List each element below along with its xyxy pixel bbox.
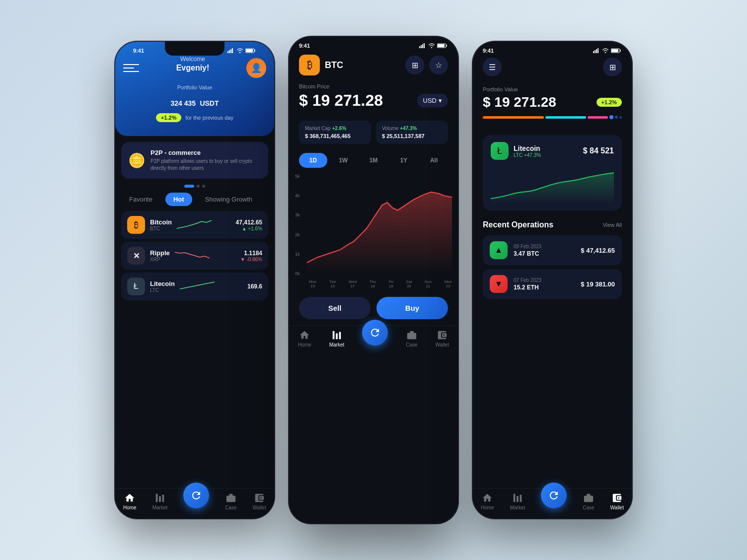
- coin-row-btc[interactable]: ₿ Bitcoin BTC 47,412.65 ▲ +1.6%: [121, 211, 268, 239]
- market-icon-1: [154, 492, 165, 503]
- carousel-dots: [121, 185, 268, 188]
- nav-home-1[interactable]: Home: [123, 492, 137, 510]
- view-all-btn[interactable]: View All: [603, 222, 622, 228]
- portfolio-value-row-3: $ 19 271.28 +1.2%: [483, 94, 622, 110]
- wallet-icon-1: [254, 492, 265, 503]
- nav-market-1[interactable]: Market: [152, 492, 168, 510]
- portfolio-progress: [483, 115, 622, 119]
- tab-hot[interactable]: Hot: [165, 193, 192, 206]
- op-card-1[interactable]: ▲ 09 Feb 2023 3.47 BTC $ 47,412.65: [483, 235, 622, 265]
- volume-card: Volume +47.3% $ 25,511,137,587: [376, 121, 448, 144]
- chart-svg: [307, 174, 452, 273]
- nav-market-3[interactable]: Market: [510, 492, 525, 510]
- period-1d[interactable]: 1D: [299, 153, 327, 168]
- refresh-icon-2: [369, 327, 381, 339]
- svg-rect-24: [514, 494, 516, 502]
- progress-pink: [588, 116, 608, 119]
- time-1: 9:41: [133, 48, 144, 54]
- nav-home-2[interactable]: Home: [298, 330, 311, 348]
- nav-center-1[interactable]: [183, 494, 209, 508]
- svg-rect-16: [336, 333, 338, 339]
- ltc-price-3: $ 84 521: [583, 146, 614, 155]
- progress-cyan: [545, 116, 586, 119]
- svg-rect-18: [593, 51, 594, 53]
- nav-case-3[interactable]: Case: [583, 492, 594, 510]
- refresh-button-2[interactable]: [362, 320, 388, 346]
- ltc-header: Ł Litecoin LTC +47.3% $ 84 521: [491, 142, 614, 160]
- tab-favorite[interactable]: Favorite: [121, 193, 160, 206]
- sell-button[interactable]: Sell: [299, 297, 371, 319]
- ltc-change: LTC +47.3%: [514, 152, 541, 158]
- wallet-icon-3: [611, 492, 622, 503]
- market-icon-3: [512, 492, 523, 503]
- period-1y[interactable]: 1Y: [389, 153, 418, 168]
- svg-rect-7: [159, 496, 161, 502]
- badge-percent-1: +1.2%: [156, 113, 182, 122]
- nav-case-2[interactable]: Case: [406, 330, 417, 348]
- case-icon-2: [406, 330, 417, 341]
- xrp-price: 1.1184 ▼ -0.86%: [240, 250, 262, 262]
- home-icon-2: [299, 330, 310, 341]
- price-section: Bitcoin Price $ 19 271.28 USD ▾: [289, 81, 458, 116]
- btc-price: 47,412.65 ▲ +1.6%: [236, 219, 262, 231]
- nav-wallet-1[interactable]: Wallet: [253, 492, 266, 510]
- svg-rect-17: [339, 332, 341, 340]
- battery-icon-3: [611, 48, 622, 53]
- menu-button-3[interactable]: ☰: [483, 58, 502, 76]
- svg-rect-14: [438, 44, 445, 47]
- refresh-button-3[interactable]: [541, 483, 567, 508]
- welcome-text: Welcome: [176, 56, 210, 63]
- svg-rect-0: [227, 51, 228, 53]
- market-stats: Market Cap +2.6% $ 368,731,465,465 Volum…: [289, 116, 458, 149]
- status-icons-3: [593, 48, 622, 53]
- period-1w[interactable]: 1W: [329, 153, 358, 168]
- welcome-name: Evgeniy!: [176, 64, 210, 72]
- coin-row-ltc[interactable]: Ł Litecoin LTC 169.6: [121, 273, 268, 300]
- nav-wallet-3[interactable]: Wallet: [610, 492, 624, 510]
- portfolio-label-3: Portfolio Value: [483, 86, 622, 92]
- nav-wallet-2[interactable]: Wallet: [436, 330, 449, 348]
- qr-button-3[interactable]: ⊞: [603, 58, 622, 76]
- svg-rect-9: [419, 46, 420, 48]
- svg-rect-1: [229, 50, 230, 53]
- nav-case-1[interactable]: Case: [225, 492, 236, 510]
- coin-row-xrp[interactable]: ✕ Ripple XRP 1.1184 ▼ -0.86%: [121, 242, 268, 270]
- signal-icon: [227, 48, 234, 53]
- nav-center-2[interactable]: [362, 332, 388, 346]
- buy-button[interactable]: Buy: [376, 297, 448, 319]
- recent-title: Recent Operations: [483, 220, 553, 229]
- ltc-left: Ł Litecoin LTC +47.3%: [491, 142, 541, 160]
- ltc-card[interactable]: Ł Litecoin LTC +47.3% $ 84 521: [483, 135, 622, 210]
- phone-portfolio: 9:41 ☰ ⊞ Portfolio Value: [473, 42, 632, 518]
- dot-1: [184, 185, 194, 188]
- refresh-button-1[interactable]: [183, 483, 209, 508]
- currency-selector[interactable]: USD ▾: [417, 94, 448, 107]
- coin-header-right: ⊞ ☆: [405, 56, 448, 74]
- p2p-desc: P2P platform allows users to buy or sell…: [150, 158, 261, 172]
- svg-rect-25: [517, 496, 519, 502]
- svg-rect-3: [232, 48, 233, 53]
- avatar[interactable]: 👤: [246, 58, 266, 78]
- portfolio-value-1: 324 435 USDT: [123, 92, 266, 109]
- portfolio-label-1: Portfolio Value: [123, 84, 266, 90]
- favorite-button[interactable]: ☆: [429, 56, 448, 74]
- market-cap-card: Market Cap +2.6% $ 368,731,465,465: [299, 121, 371, 144]
- dot-2: [197, 185, 200, 188]
- xrp-chart: [175, 248, 235, 263]
- price-label: Bitcoin Price: [299, 83, 448, 89]
- qr-button[interactable]: ⊞: [405, 56, 424, 74]
- tab-showing-growth[interactable]: Showing Growth: [197, 193, 260, 206]
- p2p-icon: 🪙: [128, 152, 146, 169]
- coin-filter-tabs: Favorite Hot Showing Growth: [121, 193, 268, 206]
- p2p-card[interactable]: 🪙 P2P - commerce P2P platform allows use…: [121, 142, 268, 179]
- nav-market-2[interactable]: Market: [329, 330, 345, 348]
- nav-center-3[interactable]: [541, 494, 567, 508]
- btc-icon: ₿: [127, 216, 145, 234]
- svg-rect-19: [595, 50, 596, 53]
- home-icon-3: [482, 492, 493, 503]
- nav-home-3[interactable]: Home: [481, 492, 494, 510]
- op-card-2[interactable]: ▼ 07 Feb 2023 15.2 ETH $ 19 381.00: [483, 269, 622, 299]
- menu-button[interactable]: [123, 60, 139, 76]
- period-1m[interactable]: 1M: [360, 153, 388, 168]
- period-all[interactable]: All: [420, 153, 448, 168]
